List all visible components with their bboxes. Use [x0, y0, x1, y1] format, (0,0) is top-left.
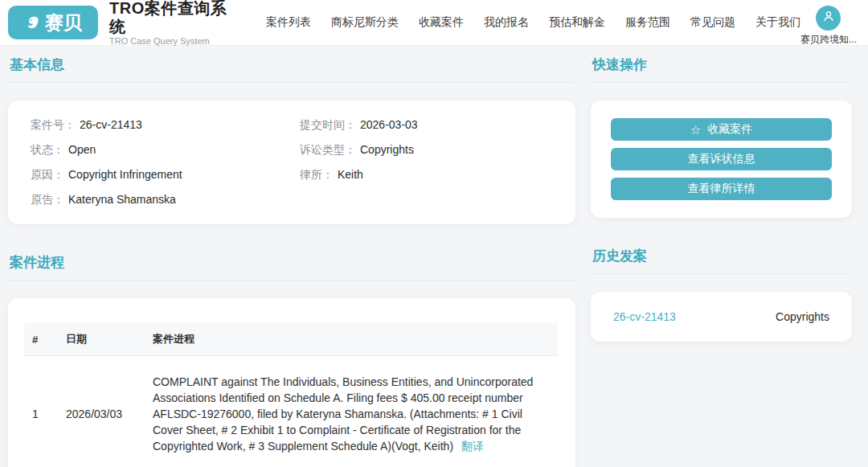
case-progress-table: # 日期 案件进程 1 2026/03/03 COMPLAINT against…	[24, 323, 558, 467]
field-value: 2026-03-03	[360, 117, 418, 132]
field-label: 律所：	[300, 167, 334, 182]
field-value: 26-cv-21413	[80, 117, 142, 132]
quick-actions-card: ☆ 收藏案件 查看诉状信息 查看律所详情	[591, 100, 852, 218]
app-header: 赛贝 TRO案件查询系统 TRO Case Query System 案件列表 …	[0, 0, 868, 46]
user-avatar[interactable]	[816, 6, 841, 31]
app-subtitle: TRO Case Query System	[109, 36, 235, 47]
col-header-index: #	[24, 323, 58, 356]
main-nav: 案件列表 商标尼斯分类 收藏案件 我的报名 预估和解金 服务范围 常见问题 关于…	[266, 15, 800, 30]
field-case-type: 诉讼类型： Copyrights	[300, 142, 553, 157]
quick-actions-heading: 快速操作	[591, 55, 852, 83]
basic-info-card: 案件号： 26-cv-21413 提交时间： 2026-03-03 状态： Op…	[8, 100, 575, 224]
history-card: 26-cv-21413 Copyrights	[591, 292, 852, 342]
translate-link[interactable]: 翻译	[461, 440, 484, 453]
field-value: Keith	[338, 167, 363, 182]
field-value: Copyright Infringement	[68, 167, 182, 182]
case-progress-card: # 日期 案件进程 1 2026/03/03 COMPLAINT against…	[8, 298, 575, 467]
main-content: 基本信息 案件号： 26-cv-21413 提交时间： 2026-03-03 状…	[0, 46, 868, 467]
col-header-date: 日期	[58, 323, 145, 356]
history-case-link[interactable]: 26-cv-21413	[613, 310, 676, 323]
field-value: Open	[68, 142, 96, 157]
favorite-case-label: 收藏案件	[707, 122, 752, 137]
user-avatar-icon	[821, 9, 836, 27]
field-label: 诉讼类型：	[300, 142, 356, 157]
left-column: 基本信息 案件号： 26-cv-21413 提交时间： 2026-03-03 状…	[8, 55, 575, 467]
user-name: 赛贝跨境知...	[800, 33, 857, 47]
field-plaintiff: 原告： Kateryna Shamanska	[31, 192, 300, 207]
cell-date: 2026/03/03	[58, 356, 145, 467]
field-label: 提交时间：	[300, 117, 356, 132]
favorite-case-button[interactable]: ☆ 收藏案件	[611, 118, 832, 141]
view-complaint-label: 查看诉状信息	[688, 152, 755, 166]
history-case-type: Copyrights	[776, 310, 829, 323]
field-case-number: 案件号： 26-cv-21413	[31, 117, 300, 132]
logo-text: 赛贝	[45, 10, 82, 35]
saibei-logo-icon	[24, 14, 42, 31]
view-law-firm-button[interactable]: 查看律所详情	[611, 178, 832, 200]
field-value: Copyrights	[360, 142, 414, 157]
basic-info-heading: 基本信息	[8, 55, 575, 83]
app-title: TRO案件查询系统	[109, 0, 235, 36]
field-label: 案件号：	[31, 117, 76, 132]
field-status: 状态： Open	[31, 142, 300, 157]
app-brand: TRO案件查询系统 TRO Case Query System	[109, 0, 235, 47]
cell-index: 1	[24, 356, 58, 467]
saibei-logo[interactable]: 赛贝	[8, 6, 98, 39]
history-heading: 历史发案	[591, 247, 852, 274]
field-value: Kateryna Shamanska	[68, 192, 176, 207]
right-column: 快速操作 ☆ 收藏案件 查看诉状信息 查看律所详情 历史发案 26-cv-214…	[591, 55, 852, 342]
nav-item-favorites[interactable]: 收藏案件	[419, 15, 464, 30]
field-filed-date: 提交时间： 2026-03-03	[300, 117, 553, 132]
cell-description: COMPLAINT against The Individuals, Busin…	[145, 356, 558, 467]
nav-item-about-us[interactable]: 关于我们	[755, 15, 800, 30]
col-header-description: 案件进程	[145, 323, 558, 356]
nav-item-nice-class[interactable]: 商标尼斯分类	[331, 15, 399, 30]
table-header-row: # 日期 案件进程	[24, 323, 558, 356]
nav-item-faq[interactable]: 常见问题	[690, 15, 735, 30]
view-complaint-button[interactable]: 查看诉状信息	[611, 148, 832, 170]
field-label: 原告：	[31, 192, 64, 207]
field-label: 状态：	[31, 142, 64, 157]
case-progress-heading: 案件进程	[8, 253, 575, 281]
nav-item-settlement-est[interactable]: 预估和解金	[549, 15, 605, 30]
field-cause: 原因： Copyright Infringement	[31, 167, 300, 182]
field-law-firm: 律所： Keith	[300, 167, 553, 182]
view-law-firm-label: 查看律所详情	[688, 182, 755, 196]
user-menu[interactable]: 赛贝跨境知...	[800, 0, 857, 47]
table-row: 1 2026/03/03 COMPLAINT against The Indiv…	[24, 356, 558, 467]
star-icon: ☆	[690, 124, 701, 136]
nav-item-case-list[interactable]: 案件列表	[266, 15, 311, 30]
nav-item-service-scope[interactable]: 服务范围	[625, 15, 670, 30]
nav-item-my-signup[interactable]: 我的报名	[484, 15, 529, 30]
field-label: 原因：	[31, 167, 64, 182]
field-empty	[300, 192, 553, 207]
